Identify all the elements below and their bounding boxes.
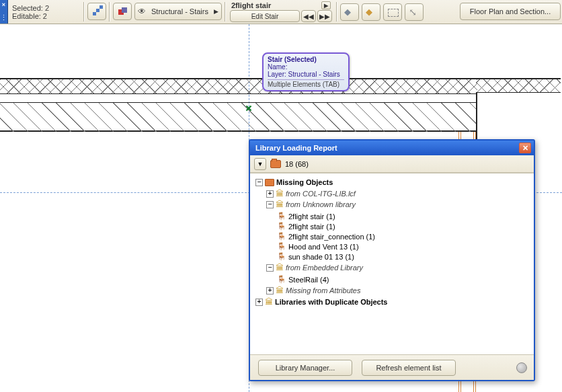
object-icon: 🪑 bbox=[277, 222, 286, 231]
quick-tool-group bbox=[339, 0, 425, 24]
object-icon: 🪑 bbox=[277, 212, 286, 221]
selection-info: Selected: 2 Editable: 2 bbox=[8, 0, 82, 24]
quick-tool-1[interactable] bbox=[340, 3, 359, 21]
tooltip-name-label: Name: bbox=[268, 63, 287, 71]
collapse-icon[interactable]: − bbox=[266, 264, 274, 272]
toolbar-separator bbox=[83, 2, 85, 22]
dialog-titlebar[interactable]: Library Loading Report ✕ bbox=[250, 141, 534, 155]
object-icon: 🪑 bbox=[277, 232, 286, 241]
layer-name: Structural - Stairs bbox=[151, 7, 208, 15]
tree-label: 2flight stair (1) bbox=[288, 212, 335, 221]
layer-selector[interactable]: Structural - Stairs ▶ bbox=[134, 3, 222, 20]
dialog-title: Library Loading Report bbox=[255, 144, 337, 152]
quick-tool-3[interactable] bbox=[383, 3, 402, 21]
expand-icon bbox=[409, 7, 419, 17]
wall-hatch bbox=[0, 102, 477, 132]
tree-node-source[interactable]: − 🏛 from Embedded Library 🪑SteelRail (4) bbox=[266, 262, 531, 285]
tree-leaf-object[interactable]: 🪑sun shade 01 13 (1) bbox=[277, 251, 531, 262]
toolbar-separator bbox=[336, 2, 337, 22]
tree-label: from COL-ITG-LIB.lcf bbox=[286, 190, 356, 198]
floor-plan-section-button[interactable]: Floor Plan and Section... bbox=[460, 3, 561, 20]
diamond-icon bbox=[366, 7, 376, 17]
prev-object-button[interactable]: ◀◀ bbox=[301, 10, 316, 22]
tree-label: 2flight stair_connection (1) bbox=[288, 233, 375, 241]
editable-count: Editable: 2 bbox=[12, 12, 78, 20]
object-icon: 🪑 bbox=[277, 242, 286, 251]
toolbar-separator bbox=[225, 2, 226, 22]
element-info-tooltip: Stair (Selected) Name: Layer: Structural… bbox=[262, 52, 350, 91]
tree-label: from Unknown library bbox=[286, 200, 356, 208]
marquee-icon bbox=[387, 7, 398, 17]
tree-label: Missing Objects bbox=[276, 178, 333, 186]
dropdown-arrow-icon: ▶ bbox=[214, 8, 218, 15]
object-icon: 🪑 bbox=[277, 252, 286, 261]
close-dialog-button[interactable]: ✕ bbox=[519, 143, 531, 153]
object-menu-button[interactable]: ▶ bbox=[321, 1, 331, 9]
tree-leaf-object[interactable]: 🪑2flight stair (1) bbox=[277, 221, 531, 231]
info-toolbar: × Selected: 2 Editable: 2 Structural - S… bbox=[0, 0, 562, 24]
library-icon: 🏛 bbox=[276, 286, 284, 295]
next-object-button[interactable]: ▶▶ bbox=[317, 10, 332, 22]
collapse-icon[interactable]: − bbox=[266, 201, 274, 208]
folder-icon bbox=[270, 160, 281, 168]
library-icon: 🏛 bbox=[276, 263, 284, 272]
diamond-icon bbox=[344, 7, 355, 17]
close-toolbar-icon[interactable]: × bbox=[2, 1, 5, 8]
selected-count: Selected: 2 bbox=[12, 4, 78, 12]
tree-label: 2flight stair (1) bbox=[288, 223, 335, 231]
element-type-button[interactable] bbox=[87, 3, 106, 20]
tree-label: Libraries with Duplicate Objects bbox=[275, 298, 388, 306]
edit-object-group: 2flight stair ▶ Edit Stair ◀◀ ▶▶ bbox=[227, 0, 335, 24]
tree-leaf-object[interactable]: 🪑2flight stair (1) bbox=[277, 211, 531, 221]
stair-icon bbox=[91, 6, 102, 17]
expand-icon[interactable]: + bbox=[266, 190, 274, 198]
overlap-button[interactable] bbox=[113, 3, 132, 20]
tree-label: Hood and Vent 13 (1) bbox=[288, 243, 359, 251]
tree-label: SteelRail (4) bbox=[288, 276, 329, 284]
tooltip-layer-value: Structural - Stairs bbox=[288, 71, 340, 78]
quick-tool-4[interactable] bbox=[405, 3, 424, 21]
dialog-summary: 18 (68) bbox=[285, 160, 309, 168]
overlap-icon bbox=[117, 6, 128, 17]
disclose-button[interactable]: ▼ bbox=[254, 158, 266, 170]
status-indicator-icon bbox=[516, 362, 527, 373]
library-icon: 🏛 bbox=[265, 297, 273, 307]
tree-node-missing-attrs[interactable]: + 🏛 Missing from Attributes bbox=[266, 285, 531, 296]
tree-node-source[interactable]: − 🏛 from Unknown library 🪑2flight stair … bbox=[266, 199, 531, 262]
tree-label: Missing from Attributes bbox=[286, 286, 360, 295]
expand-icon[interactable]: + bbox=[255, 299, 263, 306]
tooltip-title: Stair (Selected) bbox=[268, 56, 317, 63]
tooltip-layer-label: Layer: bbox=[268, 71, 286, 78]
edit-stair-button[interactable]: Edit Stair bbox=[230, 10, 300, 22]
wall-segment bbox=[0, 78, 477, 132]
quick-tool-2[interactable] bbox=[362, 3, 380, 21]
tree-node-duplicates[interactable]: + 🏛 Libraries with Duplicate Objects bbox=[255, 297, 531, 307]
report-tree[interactable]: − Missing Objects + 🏛 from COL-ITG-LIB.l… bbox=[250, 173, 534, 354]
tree-node-source[interactable]: + 🏛 from COL-ITG-LIB.lcf bbox=[266, 188, 531, 199]
object-name: 2flight stair bbox=[231, 1, 271, 9]
dialog-toolbar: ▼ 18 (68) bbox=[250, 155, 534, 173]
drag-handle-icon[interactable] bbox=[0, 13, 7, 22]
collapse-icon[interactable]: − bbox=[255, 179, 263, 186]
object-icon: 🪑 bbox=[277, 275, 286, 284]
tree-leaf-object[interactable]: 🪑SteelRail (4) bbox=[277, 274, 531, 284]
tree-node-missing-objects[interactable]: − Missing Objects + 🏛 from COL-ITG-LIB.l… bbox=[255, 178, 531, 297]
tree-label: sun shade 01 13 (1) bbox=[288, 253, 354, 261]
tree-label: from Embedded Library bbox=[286, 264, 363, 272]
expand-icon[interactable]: + bbox=[266, 287, 274, 295]
library-icon: 🏛 bbox=[276, 189, 284, 198]
eye-icon bbox=[138, 6, 149, 17]
folder-icon bbox=[265, 179, 274, 186]
wall-hatch bbox=[476, 78, 561, 93]
refresh-list-button[interactable]: Refresh element list bbox=[362, 360, 456, 376]
tree-leaf-object[interactable]: 🪑Hood and Vent 13 (1) bbox=[277, 241, 531, 251]
wall-hatch bbox=[0, 79, 477, 94]
toolbar-handle[interactable]: × bbox=[0, 0, 8, 24]
toolbar-separator bbox=[109, 2, 110, 22]
tree-leaf-object[interactable]: 🪑2flight stair_connection (1) bbox=[277, 231, 531, 241]
tooltip-multi-hint: Multiple Elements (TAB) bbox=[268, 81, 339, 88]
library-loading-report-dialog: Library Loading Report ✕ ▼ 18 (68) − Mis… bbox=[249, 139, 535, 381]
dialog-footer: Library Manager... Refresh element list bbox=[250, 354, 534, 380]
library-icon: 🏛 bbox=[276, 200, 284, 209]
library-manager-button[interactable]: Library Manager... bbox=[258, 360, 352, 376]
